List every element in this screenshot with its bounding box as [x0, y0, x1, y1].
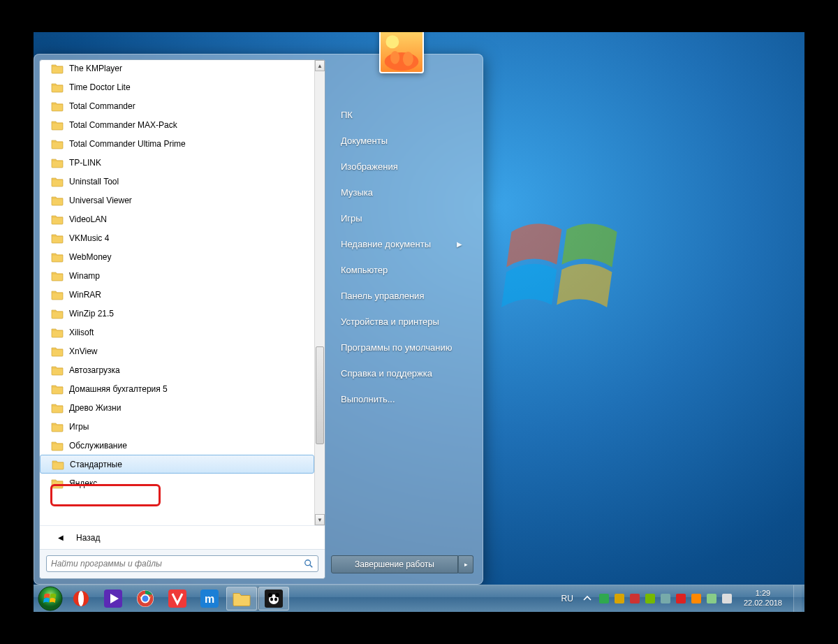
start-right-item[interactable]: Музыка — [330, 180, 475, 205]
program-item[interactable]: VideoLAN — [40, 210, 314, 228]
start-menu: The KMPlayerTime Doctor LiteTotal Comman… — [34, 54, 483, 585]
tray-net1-icon[interactable] — [660, 593, 671, 604]
svg-rect-26 — [661, 594, 670, 603]
program-label: Universal Viewer — [69, 196, 132, 205]
start-right-label: Документы — [341, 136, 388, 146]
start-right-label: ПК — [341, 110, 353, 120]
search-icon — [304, 559, 314, 569]
program-item[interactable]: WebMoney — [40, 247, 314, 266]
svg-point-20 — [270, 598, 273, 601]
program-label: XnView — [69, 346, 97, 356]
program-label: WinZip 21.5 — [69, 309, 114, 319]
scroll-down-button[interactable]: ▼ — [315, 514, 325, 525]
start-right-label: Игры — [341, 213, 362, 224]
program-label: The KMPlayer — [69, 64, 122, 73]
svg-point-19 — [275, 593, 279, 597]
svg-rect-24 — [630, 594, 640, 603]
program-item[interactable]: XnView — [40, 342, 314, 360]
start-right-item[interactable]: Документы — [330, 129, 475, 153]
program-label: Стандартные — [70, 460, 122, 469]
program-item[interactable]: The KMPlayer — [40, 60, 314, 78]
program-item[interactable]: TP-LINK — [40, 153, 314, 172]
start-right-item[interactable]: Недавние документы▶ — [330, 232, 475, 256]
program-label: WebMoney — [69, 252, 111, 262]
shutdown-options-button[interactable]: ▸ — [458, 555, 473, 573]
taskbar-app-panda-button[interactable] — [258, 587, 289, 610]
program-item[interactable]: Xilisoft — [40, 323, 314, 342]
windows-logo-icon — [501, 207, 627, 332]
program-item[interactable]: Обслуживание — [40, 436, 314, 455]
search-box[interactable] — [46, 555, 318, 572]
tray-vol-icon[interactable] — [721, 593, 733, 604]
program-item[interactable]: Winamp — [40, 266, 314, 285]
tray-net2-icon[interactable] — [706, 593, 717, 604]
taskbar-chrome-button[interactable] — [130, 587, 161, 610]
tray-app2-icon[interactable] — [629, 593, 640, 604]
tray-nvidia-icon[interactable] — [645, 593, 656, 604]
program-label: Uninstall Tool — [69, 177, 119, 186]
tray-app1-icon[interactable] — [614, 593, 625, 604]
search-input[interactable] — [51, 559, 304, 569]
shutdown-button[interactable]: Завершение работы — [331, 555, 458, 573]
program-item[interactable]: Игры — [40, 417, 314, 436]
program-item[interactable]: Древо Жизни — [40, 398, 314, 417]
program-label: Total Commander MAX-Pack — [69, 120, 177, 130]
scroll-up-button[interactable]: ▲ — [315, 60, 325, 71]
start-right-item[interactable]: Справка и поддержка — [330, 361, 475, 386]
program-item[interactable]: WinZip 21.5 — [40, 304, 314, 323]
program-item[interactable]: Total Commander MAX-Pack — [40, 115, 314, 134]
tray-shield-icon[interactable] — [598, 593, 610, 604]
start-button[interactable] — [36, 585, 64, 612]
start-right-item[interactable]: Выполнить... — [330, 387, 475, 411]
program-item[interactable]: Universal Viewer — [40, 191, 314, 210]
start-right-label: Выполнить... — [341, 394, 395, 404]
tray-notify-icon[interactable] — [691, 593, 702, 604]
user-picture[interactable] — [379, 32, 424, 73]
start-menu-right-pane: ПКДокументыИзображенияМузыкаИгрыНедавние… — [325, 59, 478, 579]
program-item[interactable]: Домашняя бухгалтерия 5 — [40, 379, 314, 398]
tray-up-icon[interactable] — [582, 593, 593, 604]
svg-rect-29 — [707, 594, 716, 603]
svg-point-8 — [78, 591, 84, 606]
taskbar-explorer-button[interactable] — [226, 587, 257, 610]
desktop[interactable]: The KMPlayerTime Doctor LiteTotal Comman… — [34, 32, 804, 612]
tray-sec-icon[interactable] — [675, 593, 686, 604]
program-item[interactable]: WinRAR — [40, 285, 314, 304]
clock[interactable]: 1:29 22.02.2018 — [738, 589, 788, 608]
program-item[interactable]: Стандартные — [40, 455, 314, 474]
program-label: VideoLAN — [69, 214, 107, 224]
program-label: Домашняя бухгалтерия 5 — [69, 384, 168, 394]
program-item[interactable]: Яндекс — [40, 474, 314, 492]
taskbar-maxthon-button[interactable]: m — [194, 587, 225, 610]
scrollbar[interactable]: ▲ ▼ — [314, 60, 325, 525]
taskbar-media-player-button[interactable] — [98, 587, 128, 610]
start-right-item[interactable]: Панель управления — [330, 284, 475, 308]
taskbar-opera-button[interactable] — [66, 587, 96, 610]
start-right-label: Музыка — [341, 187, 373, 198]
scroll-thumb[interactable] — [316, 346, 324, 444]
show-desktop-button[interactable] — [793, 585, 802, 612]
svg-rect-22 — [599, 594, 609, 603]
back-button[interactable]: ◀ Назад — [40, 525, 325, 549]
program-item[interactable]: Автозагрузка — [40, 360, 314, 379]
system-tray: RU 1:29 22.02.2018 — [559, 585, 804, 612]
taskbar-vivaldi-button[interactable] — [162, 587, 193, 610]
svg-rect-30 — [722, 594, 732, 603]
start-right-item[interactable]: Игры — [330, 206, 475, 230]
start-right-item[interactable]: ПК — [330, 103, 475, 127]
language-indicator[interactable]: RU — [559, 594, 576, 603]
taskbar: m RU 1:29 22.02.2018 — [34, 585, 804, 612]
program-item[interactable]: Time Doctor Lite — [40, 78, 314, 96]
start-right-item[interactable]: Компьютер — [330, 258, 475, 282]
start-right-item[interactable]: Программы по умолчанию — [330, 335, 475, 360]
start-right-item[interactable]: Изображения — [330, 154, 475, 179]
program-item[interactable]: Total Commander Ultima Prime — [40, 134, 314, 153]
svg-point-12 — [142, 595, 149, 603]
program-item[interactable]: Uninstall Tool — [40, 172, 314, 191]
back-arrow-icon: ◀ — [58, 534, 64, 541]
program-item[interactable]: Total Commander — [40, 96, 314, 115]
start-right-item[interactable]: Устройства и принтеры — [330, 309, 475, 334]
svg-rect-23 — [615, 594, 624, 603]
program-item[interactable]: VKMusic 4 — [40, 228, 314, 247]
program-label: Winamp — [69, 271, 100, 281]
